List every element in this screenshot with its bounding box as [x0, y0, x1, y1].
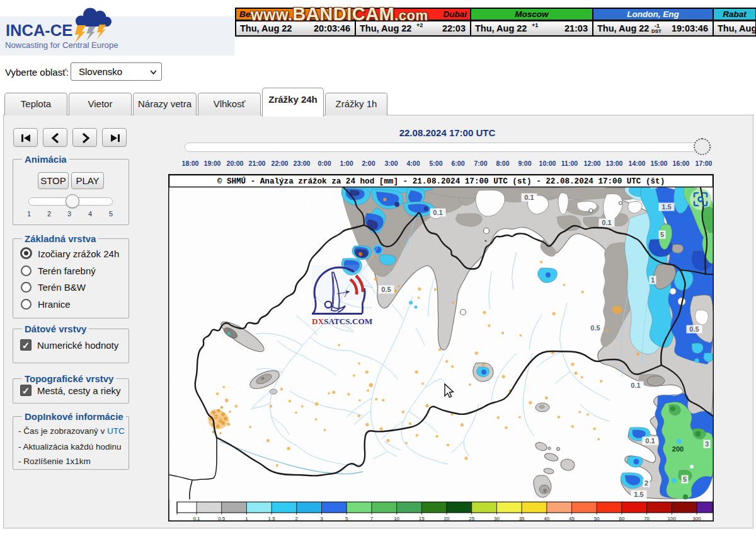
svg-text:5: 5: [683, 475, 687, 483]
svg-text:5: 5: [660, 231, 664, 238]
svg-text:0.5: 0.5: [381, 286, 391, 293]
svg-text:0.1: 0.1: [602, 219, 611, 226]
svg-text:DXSATCS.COM: DXSATCS.COM: [312, 317, 373, 326]
svg-text:0.5: 0.5: [689, 325, 699, 333]
svg-text:3: 3: [705, 440, 709, 448]
svg-text:0.1: 0.1: [631, 382, 640, 389]
svg-text:© SHMÚ - Analýza zrážok za 24: © SHMÚ - Analýza zrážok za 24 hod [mm] -…: [217, 177, 665, 186]
svg-text:1.5: 1.5: [634, 491, 643, 498]
svg-text:0.1: 0.1: [645, 437, 655, 445]
svg-text:0.1: 0.1: [433, 209, 442, 216]
svg-text:2: 2: [644, 479, 648, 487]
svg-text:0.1: 0.1: [524, 194, 534, 201]
svg-text:1: 1: [651, 276, 655, 284]
svg-text:0.5: 0.5: [590, 324, 600, 332]
svg-text:1.5: 1.5: [662, 203, 671, 211]
svg-text:200: 200: [672, 445, 684, 453]
